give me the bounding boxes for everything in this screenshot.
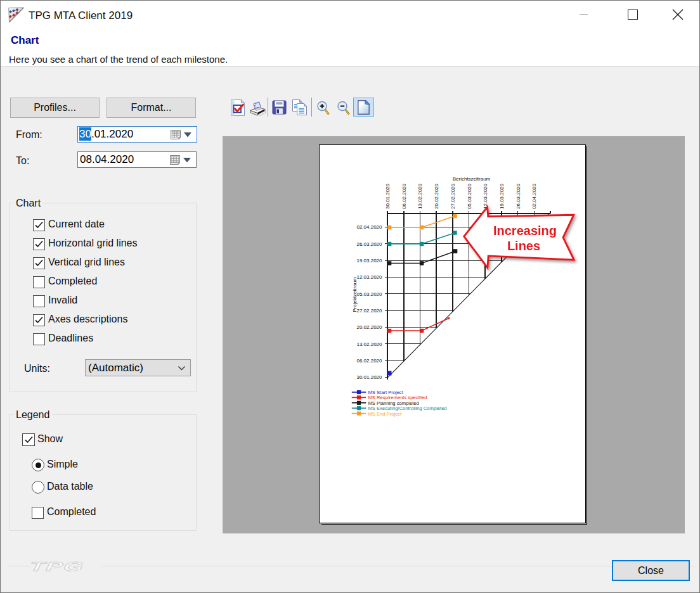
svg-text:20.02.2020: 20.02.2020 <box>356 324 382 330</box>
svg-text:Lines: Lines <box>507 239 540 253</box>
svg-text:05.03.2020: 05.03.2020 <box>356 291 382 297</box>
svg-text:TPG: TPG <box>27 559 88 573</box>
svg-text:13.02.2020: 13.02.2020 <box>356 341 382 347</box>
svg-text:05.03.2020: 05.03.2020 <box>467 183 472 209</box>
svg-text:12.03.2020: 12.03.2020 <box>356 274 382 280</box>
svg-text:19.03.2020: 19.03.2020 <box>499 183 505 209</box>
svg-text:30.01.2020: 30.01.2020 <box>356 374 382 380</box>
svg-text:02.04.2020: 02.04.2020 <box>531 183 537 209</box>
svg-text:26.03.2020: 26.03.2020 <box>356 241 382 247</box>
svg-text:12.03.2020: 12.03.2020 <box>483 183 488 209</box>
svg-text:30.01.2020: 30.01.2020 <box>385 183 391 209</box>
svg-text:Berichtszeitraum: Berichtszeitraum <box>453 176 491 182</box>
svg-text:MS End Project: MS End Project <box>368 411 403 417</box>
svg-text:26.03.2020: 26.03.2020 <box>515 183 521 209</box>
svg-text:20.02.2020: 20.02.2020 <box>434 183 439 209</box>
svg-text:06.02.2020: 06.02.2020 <box>356 358 382 364</box>
svg-text:13.02.2020: 13.02.2020 <box>417 183 423 209</box>
svg-text:Projektzeitraum: Projektzeitraum <box>352 277 358 312</box>
svg-text:Increasing: Increasing <box>493 224 557 238</box>
svg-text:19.03.2020: 19.03.2020 <box>356 258 382 264</box>
svg-text:06.02.2020: 06.02.2020 <box>401 183 407 209</box>
svg-text:27.02.2020: 27.02.2020 <box>450 183 456 209</box>
svg-text:02.04.2020: 02.04.2020 <box>356 224 382 230</box>
svg-text:27.02.2020: 27.02.2020 <box>356 308 382 314</box>
